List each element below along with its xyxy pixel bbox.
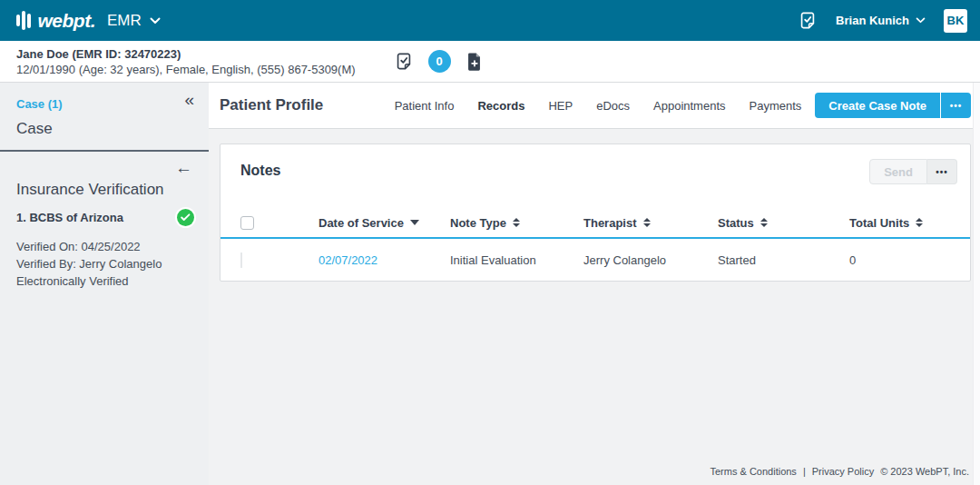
tab-hep[interactable]: HEP: [548, 99, 573, 113]
sort-icon: [410, 220, 419, 225]
table-row: 02/07/2022 Initial Evaluation Jerry Cola…: [220, 239, 970, 281]
column-label: Therapist: [583, 216, 637, 230]
records-content: Notes Send ••• Date of Service Note Type…: [209, 129, 980, 485]
patient-summary-bar: Jane Doe (EMR ID: 32470223) 12/01/1990 (…: [0, 41, 980, 83]
column-label: Date of Service: [318, 216, 404, 230]
case-header: Case (1) « Case: [0, 83, 209, 152]
brand-name: webpt.: [38, 10, 96, 32]
webpt-emr-brand[interactable]: webpt. EMR: [16, 10, 161, 32]
product-name: EMR: [107, 12, 142, 30]
create-case-note-button[interactable]: Create Case Note: [815, 93, 940, 118]
page-footer: Terms & Conditions | Privacy Policy © 20…: [209, 458, 969, 485]
vertical-scrollbar[interactable]: [973, 83, 980, 485]
insurance-name: 1. BCBS of Arizona: [16, 211, 123, 224]
status-cell: Started: [718, 253, 849, 267]
column-total-units[interactable]: Total Units: [849, 216, 970, 230]
tab-patient-info[interactable]: Patient Info: [395, 99, 455, 113]
column-therapist[interactable]: Therapist: [583, 216, 718, 230]
select-all-checkbox[interactable]: [240, 216, 254, 230]
user-menu[interactable]: Brian Kunich: [836, 14, 926, 27]
patient-details: 12/01/1990 (Age: 32 years), Female, Engl…: [16, 62, 356, 77]
row-checkbox[interactable]: [240, 252, 242, 268]
notes-more-icon[interactable]: •••: [927, 159, 957, 184]
date-of-service-link[interactable]: 02/07/2022: [318, 253, 450, 267]
note-check-icon[interactable]: [394, 51, 414, 72]
insurance-verification-title: Insurance Verification: [16, 181, 196, 199]
case-title: Case: [16, 120, 196, 138]
top-navigation-bar: webpt. EMR Brian Kunich BK: [0, 0, 980, 41]
patient-quick-actions: 0: [394, 50, 483, 73]
chevron-down-icon: [916, 17, 926, 24]
total-units-cell: 0: [849, 253, 970, 267]
column-label: Total Units: [849, 216, 909, 230]
notes-table-header: Date of Service Note Type Therapist Stat…: [220, 208, 970, 239]
patient-summary: Jane Doe (EMR ID: 32470223) 12/01/1990 (…: [16, 46, 356, 77]
sort-icon: [916, 218, 923, 227]
case-count-link[interactable]: Case (1): [16, 97, 63, 111]
collapse-sidebar-icon[interactable]: «: [184, 90, 194, 110]
notes-table-body: 02/07/2022 Initial Evaluation Jerry Cola…: [220, 239, 970, 281]
notes-card: Notes Send ••• Date of Service Note Type…: [220, 144, 971, 282]
sort-icon: [643, 218, 651, 227]
create-note-more-icon[interactable]: •••: [941, 93, 971, 118]
send-button-group: Send •••: [869, 159, 957, 184]
terms-link[interactable]: Terms & Conditions: [710, 466, 797, 477]
tab-edocs[interactable]: eDocs: [596, 99, 630, 113]
insurance-item[interactable]: 1. BCBS of Arizona: [16, 209, 196, 226]
footer-separator: |: [803, 466, 806, 477]
user-name: Brian Kunich: [836, 14, 909, 27]
add-document-icon[interactable]: [466, 52, 483, 72]
topbar-actions: Brian Kunich BK: [798, 9, 967, 33]
tab-records[interactable]: Records: [477, 99, 524, 113]
tab-payments[interactable]: Payments: [750, 99, 802, 113]
tab-appointments[interactable]: Appointments: [653, 99, 726, 113]
create-case-note-split-button: Create Case Note •••: [815, 93, 971, 118]
profile-tabs: Patient InfoRecordsHEPeDocsAppointmentsP…: [395, 99, 802, 113]
chevron-down-icon: [150, 17, 161, 25]
patient-name: Jane Doe (EMR ID: 32470223): [16, 46, 356, 62]
select-all-cell: [240, 216, 318, 230]
column-label: Note Type: [450, 216, 506, 230]
column-label: Status: [718, 216, 754, 230]
column-date-of-service[interactable]: Date of Service: [318, 216, 450, 230]
notes-title: Notes: [240, 163, 280, 179]
copyright-text: © 2023 WebPT, Inc.: [880, 466, 969, 477]
column-status[interactable]: Status: [718, 216, 849, 230]
notes-card-header: Notes Send •••: [220, 144, 970, 208]
note-type-cell: Initial Evaluation: [450, 253, 583, 267]
verified-on: Verified On: 04/25/2022: [16, 238, 196, 255]
sort-icon: [513, 218, 520, 227]
privacy-link[interactable]: Privacy Policy: [812, 466, 874, 477]
webpt-logo-icon: [16, 11, 31, 30]
column-note-type[interactable]: Note Type: [450, 216, 583, 230]
sort-icon: [760, 218, 768, 227]
alert-count-badge[interactable]: 0: [428, 50, 451, 73]
back-arrow-icon[interactable]: ←: [175, 159, 192, 176]
verified-by: Verified By: Jerry Colangelo: [16, 255, 196, 272]
patient-profile-header: Patient Profile Patient InfoRecordsHEPeD…: [209, 83, 980, 129]
insurance-verification-section: ← Insurance Verification 1. BCBS of Ariz…: [0, 152, 209, 290]
page-title: Patient Profile: [220, 96, 323, 114]
tasks-note-check-icon[interactable]: [798, 10, 818, 31]
therapist-cell: Jerry Colangelo: [583, 253, 718, 267]
user-avatar[interactable]: BK: [944, 9, 967, 33]
case-sidebar: Case (1) « Case ← Insurance Verification…: [0, 83, 209, 485]
send-button[interactable]: Send: [869, 159, 927, 184]
verified-method: Electronically Verified: [16, 272, 196, 290]
verified-check-icon: [177, 209, 194, 226]
verification-details: Verified On: 04/25/2022 Verified By: Jer…: [16, 238, 196, 290]
